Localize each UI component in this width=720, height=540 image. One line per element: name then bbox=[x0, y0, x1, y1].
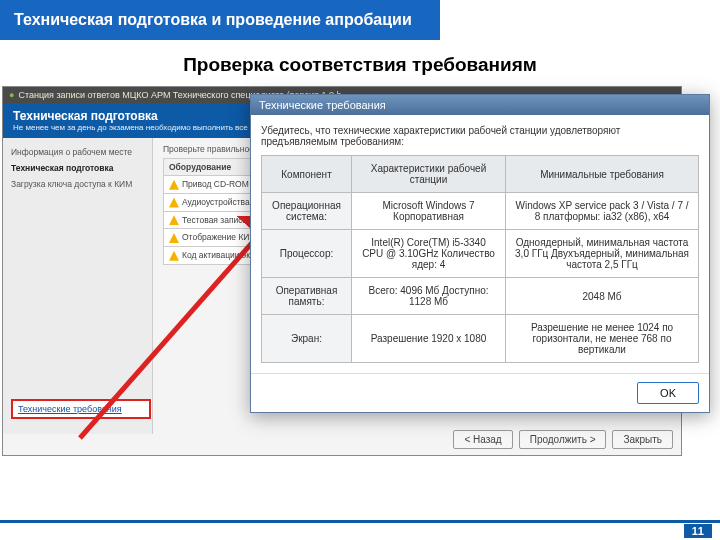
sidebar-item-info[interactable]: Информация о рабочем месте bbox=[11, 144, 144, 160]
col-component: Компонент bbox=[262, 156, 352, 193]
next-button[interactable]: Продолжить > bbox=[519, 430, 607, 449]
warning-icon bbox=[169, 198, 179, 208]
slide-banner: Техническая подготовка и проведение апро… bbox=[0, 0, 440, 40]
dialog-title: Технические требования bbox=[251, 95, 709, 115]
dialog-lead: Убедитесь, что технические характеристик… bbox=[261, 125, 699, 147]
col-current: Характеристики рабочей станции bbox=[352, 156, 506, 193]
tech-requirements-link[interactable]: Технические требования bbox=[11, 399, 151, 419]
col-minimum: Минимальные требования bbox=[506, 156, 699, 193]
page-number: 11 bbox=[684, 524, 712, 538]
warning-icon bbox=[169, 180, 179, 190]
table-row: Процессор:Intel(R) Core(TM) i5-3340 CPU … bbox=[262, 230, 699, 278]
requirements-dialog: Технические требования Убедитесь, что те… bbox=[250, 94, 710, 413]
warning-icon bbox=[169, 233, 179, 243]
table-row: Экран:Разрешение 1920 x 1080Разрешение н… bbox=[262, 315, 699, 363]
screenshot-stage: Станция записи ответов МЦКО АРМ Техничес… bbox=[0, 86, 720, 486]
ok-button[interactable]: OK bbox=[637, 382, 699, 404]
warning-icon bbox=[169, 215, 179, 225]
sidebar-item-key[interactable]: Загрузка ключа доступа к КИМ bbox=[11, 176, 144, 192]
requirements-table: Компонент Характеристики рабочей станции… bbox=[261, 155, 699, 363]
wizard-buttons: < Назад Продолжить > Закрыть bbox=[453, 430, 673, 449]
table-row: Оперативная память:Всего: 4096 Мб Доступ… bbox=[262, 278, 699, 315]
slide-heading: Проверка соответствия требованиям bbox=[0, 54, 720, 76]
slide-footer: 11 bbox=[0, 520, 720, 540]
back-button[interactable]: < Назад bbox=[453, 430, 512, 449]
footer-rule bbox=[0, 520, 720, 523]
sidebar-item-techprep[interactable]: Техническая подготовка bbox=[11, 160, 144, 176]
table-row: Операционная система:Microsoft Windows 7… bbox=[262, 193, 699, 230]
warning-icon bbox=[169, 251, 179, 261]
close-button[interactable]: Закрыть bbox=[612, 430, 673, 449]
sidebar: Информация о рабочем месте Техническая п… bbox=[3, 138, 153, 434]
